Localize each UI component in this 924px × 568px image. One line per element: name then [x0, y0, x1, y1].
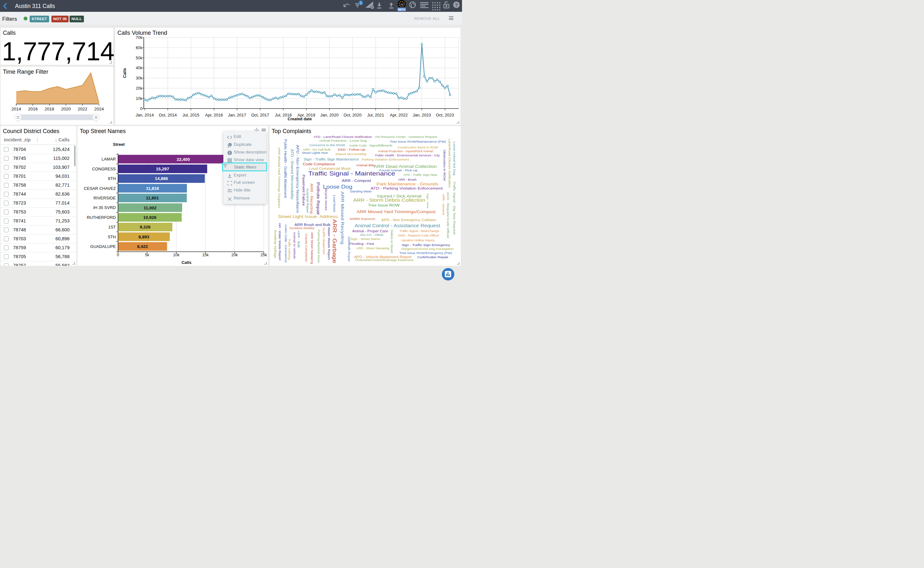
svg-text:15,297: 15,297	[156, 166, 169, 171]
svg-text:?: ?	[455, 2, 458, 8]
svg-text:2016: 2016	[28, 107, 38, 111]
svg-text:LAMAR: LAMAR	[101, 157, 116, 162]
svg-text:Jan, 2014: Jan, 2014	[136, 113, 154, 118]
svg-text:0: 0	[140, 106, 142, 111]
svg-text:20k: 20k	[231, 253, 238, 257]
svg-text:CESAR CHAVEZ: CESAR CHAVEZ	[84, 186, 116, 190]
svg-text:Jul, 2021: Jul, 2021	[367, 113, 384, 118]
svg-text:10k: 10k	[136, 96, 143, 101]
svg-text:11,818: 11,818	[146, 186, 159, 190]
svg-text:BETA: BETA	[398, 8, 406, 11]
svg-text:8,893: 8,893	[139, 234, 149, 239]
svg-text:5TH: 5TH	[108, 234, 116, 239]
svg-text:IH 35 SVRD: IH 35 SVRD	[93, 205, 116, 210]
svg-text:Jan, 2017: Jan, 2017	[228, 113, 246, 118]
svg-text:11,801: 11,801	[146, 196, 159, 200]
svg-text:Oct, 2014: Oct, 2014	[159, 113, 177, 118]
svg-text:Oct, 2017: Oct, 2017	[251, 113, 269, 118]
svg-text:14,886: 14,886	[155, 176, 168, 181]
svg-text:CONGRESS: CONGRESS	[92, 166, 116, 171]
svg-text:11,002: 11,002	[143, 205, 157, 210]
svg-text:Apr, 2016: Apr, 2016	[205, 113, 223, 118]
svg-text:30k: 30k	[136, 76, 143, 80]
svg-text:2020: 2020	[61, 107, 71, 111]
svg-text:1ST: 1ST	[108, 225, 116, 230]
svg-text:2018: 2018	[45, 107, 54, 111]
svg-text:1: 1	[360, 1, 362, 5]
svg-text:8,422: 8,422	[137, 244, 148, 249]
svg-text:25k: 25k	[261, 253, 267, 257]
svg-text:Calls: Calls	[122, 68, 127, 78]
svg-text:5k: 5k	[145, 253, 149, 257]
svg-text:2024: 2024	[94, 107, 104, 111]
svg-text:Jan, 2020: Jan, 2020	[320, 113, 338, 118]
svg-text:GUADALUPE: GUADALUPE	[90, 244, 116, 249]
svg-text:RUTHERFORD: RUTHERFORD	[87, 215, 116, 219]
svg-text:Jan, 2023: Jan, 2023	[413, 113, 431, 118]
svg-text:20k: 20k	[136, 86, 143, 91]
svg-text:RIVERSIDE: RIVERSIDE	[94, 196, 116, 200]
svg-text:2022: 2022	[78, 107, 88, 111]
svg-text:60k: 60k	[136, 45, 143, 50]
svg-text:9,326: 9,326	[140, 225, 151, 230]
svg-text:15k: 15k	[202, 253, 209, 257]
svg-text:AI: AI	[400, 3, 403, 6]
svg-text:Jul, 2015: Jul, 2015	[183, 113, 199, 118]
svg-text:22,400: 22,400	[177, 157, 190, 162]
svg-text:10k: 10k	[173, 253, 180, 257]
svg-text:Apr, 2022: Apr, 2022	[390, 113, 408, 118]
svg-text:6TH: 6TH	[108, 176, 116, 181]
svg-text:10,926: 10,926	[143, 215, 157, 220]
svg-text:2014: 2014	[12, 107, 21, 111]
svg-text:Oct, 2023: Oct, 2023	[436, 113, 454, 118]
svg-text:Street: Street	[113, 142, 125, 147]
svg-text:0: 0	[117, 253, 119, 257]
svg-text:Oct, 2020: Oct, 2020	[344, 113, 361, 118]
svg-text:Created date: Created date	[287, 117, 312, 121]
svg-text:50k: 50k	[136, 56, 143, 60]
svg-text:70k: 70k	[136, 35, 143, 40]
svg-text:40k: 40k	[136, 65, 143, 70]
svg-text:Calls: Calls	[181, 260, 192, 264]
